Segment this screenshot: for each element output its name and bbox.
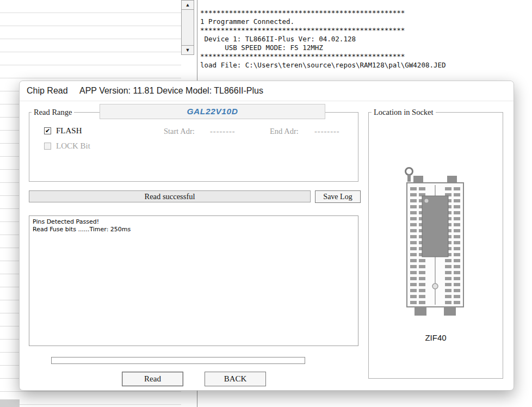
app-version-text: APP Version: 11.81 Device Model: TL866II… bbox=[79, 86, 263, 96]
scroll-up-button[interactable]: ▲ bbox=[182, 1, 194, 10]
flash-checkbox[interactable]: ✔ bbox=[44, 127, 51, 134]
console-line: ****************************************… bbox=[200, 52, 529, 61]
end-adr-label: End Adr: bbox=[270, 127, 299, 136]
window-corner bbox=[0, 399, 20, 407]
console-line: USB SPEED MODE: FS 12MHZ bbox=[200, 44, 529, 52]
socket-group: ZIF40 bbox=[368, 112, 503, 379]
start-adr-label: Start Adr: bbox=[164, 127, 195, 136]
scroll-up-icon: ▲ bbox=[185, 2, 190, 8]
chip-read-dialog: Chip Read APP Version: 11.81 Device Mode… bbox=[19, 81, 514, 391]
screen: ▲ ▼ ************************************… bbox=[0, 0, 532, 407]
log-line: Pins Detected Passed! bbox=[33, 218, 355, 226]
lock-bit-checkbox bbox=[44, 143, 51, 150]
progress-bar bbox=[51, 357, 305, 364]
start-adr-value: -------- bbox=[210, 127, 236, 136]
console-log: ****************************************… bbox=[200, 9, 529, 70]
socket-group-label: Location in Socket bbox=[372, 108, 436, 117]
status-bar: Read successful bbox=[29, 190, 311, 202]
console-line: Device 1: TL866II-Plus Ver: 04.02.128 bbox=[200, 35, 529, 44]
log-line: Read Fuse bits ......Timer: 250ms bbox=[33, 226, 355, 233]
console-line: load File: C:\Users\teren\source\repos\R… bbox=[200, 61, 529, 70]
console-line: ****************************************… bbox=[200, 9, 529, 17]
log-output[interactable]: Pins Detected Passed!Read Fuse bits ....… bbox=[29, 215, 358, 346]
zif-socket-graphic bbox=[403, 164, 468, 322]
console-line: 1 Programmer Connected. bbox=[200, 17, 529, 26]
read-range-label: Read Range bbox=[32, 108, 74, 117]
chip-name-tab: GAL22V10D bbox=[100, 104, 325, 119]
dialog-titlebar: Chip Read APP Version: 11.81 Device Mode… bbox=[20, 81, 514, 101]
console-line: ****************************************… bbox=[200, 26, 529, 35]
flash-label: FLASH bbox=[56, 126, 82, 135]
end-adr-value: -------- bbox=[314, 127, 340, 136]
lock-bit-label: LOCK Bit bbox=[56, 141, 90, 151]
read-button[interactable]: Read bbox=[122, 372, 183, 386]
scroll-down-icon: ▼ bbox=[185, 47, 190, 53]
socket-name-label: ZIF40 bbox=[369, 333, 503, 342]
back-button[interactable]: BACK bbox=[205, 372, 266, 386]
scrollbar[interactable]: ▲ ▼ bbox=[181, 0, 194, 55]
save-log-button[interactable]: Save Log bbox=[315, 190, 361, 203]
scroll-down-button[interactable]: ▼ bbox=[182, 45, 194, 54]
dialog-title: Chip Read bbox=[27, 86, 68, 96]
